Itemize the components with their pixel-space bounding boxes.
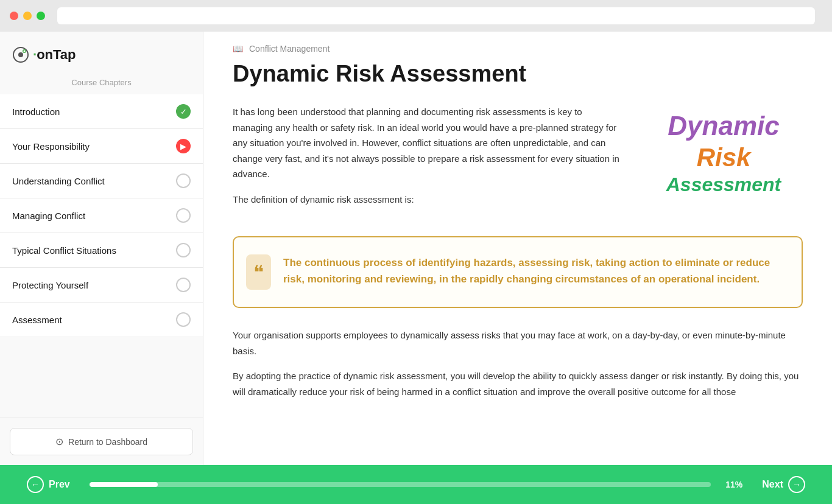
dra-graphic: Dynamic Risk Assessment	[644, 104, 803, 203]
sidebar: ·onTap Course Chapters Introduction ✓ Yo…	[0, 32, 203, 465]
svg-point-3	[24, 51, 26, 52]
empty-icon	[176, 312, 191, 327]
book-icon: 📖	[233, 44, 243, 54]
intro-text-section: It has long been understood that plannin…	[233, 104, 620, 217]
main-content: 📖 Conflict Management Dynamic Risk Asses…	[203, 32, 832, 465]
sidebar-item-typical-conflict-situations[interactable]: Typical Conflict Situations	[0, 233, 203, 268]
logo-icon	[12, 46, 29, 63]
sidebar-item-managing-conflict[interactable]: Managing Conflict	[0, 198, 203, 233]
sidebar-section-label: Course Chapters	[0, 73, 203, 94]
empty-icon	[176, 243, 191, 257]
sidebar-item-protecting-yourself[interactable]: Protecting Yourself	[0, 268, 203, 303]
sidebar-item-assessment[interactable]: Assessment	[0, 303, 203, 337]
sidebar-item-label: Introduction	[12, 107, 60, 117]
body-paragraph-2: By adopting the practice of dynamic risk…	[233, 368, 803, 399]
sidebar-footer: ⊙ Return to Dashboard	[0, 418, 203, 465]
prev-icon: ←	[27, 476, 44, 493]
bottom-bar: ← Prev 11% Next →	[0, 465, 832, 504]
sidebar-item-label: Understanding Conflict	[12, 176, 105, 186]
quote-icon: ❝	[246, 254, 271, 290]
sidebar-item-label: Assessment	[12, 315, 62, 325]
sidebar-item-understanding-conflict[interactable]: Understanding Conflict	[0, 164, 203, 198]
next-label: Next	[762, 479, 783, 490]
sidebar-item-label: Protecting Yourself	[12, 280, 88, 290]
paragraph-2: The definition of dynamic risk assessmen…	[233, 192, 620, 208]
dra-graphic-section: Dynamic Risk Assessment	[644, 104, 803, 203]
app: ·onTap Course Chapters Introduction ✓ Yo…	[0, 32, 832, 465]
progress-bar-fill	[90, 482, 158, 487]
sidebar-item-introduction[interactable]: Introduction ✓	[0, 94, 203, 129]
body-paragraph-1: Your organisation supports employees to …	[233, 327, 803, 359]
prev-button[interactable]: ← Prev	[19, 471, 77, 498]
sidebar-item-label: Your Responsibility	[12, 141, 90, 152]
progress-container: 11%	[90, 480, 743, 489]
close-button[interactable]	[10, 12, 18, 20]
sidebar-item-label: Typical Conflict Situations	[12, 245, 116, 256]
check-icon: ✓	[176, 104, 191, 119]
maximize-button[interactable]	[37, 12, 45, 20]
minimize-button[interactable]	[23, 12, 32, 20]
content-row: It has long been understood that plannin…	[233, 104, 803, 217]
dra-dynamic-text: Dynamic	[650, 110, 797, 142]
empty-icon	[176, 208, 191, 223]
prev-label: Prev	[49, 479, 70, 490]
dra-risk-text: Risk	[650, 142, 797, 173]
titlebar	[0, 0, 832, 32]
sidebar-nav: Introduction ✓ Your Responsibility ▶ Und…	[0, 94, 203, 418]
content-body: Dynamic Risk Assessment It has long been…	[203, 61, 832, 433]
empty-icon	[176, 173, 191, 188]
next-icon: →	[788, 476, 805, 493]
progress-bar-track	[90, 482, 711, 487]
next-button[interactable]: Next →	[755, 471, 813, 498]
dra-assessment-text: Assessment	[650, 173, 797, 196]
sidebar-item-label: Managing Conflict	[12, 211, 85, 221]
svg-point-1	[18, 52, 23, 57]
logo-text: ·onTap	[33, 47, 76, 63]
dashboard-label: Return to Dashboard	[68, 437, 147, 447]
return-to-dashboard-button[interactable]: ⊙ Return to Dashboard	[10, 428, 193, 455]
paragraph-1: It has long been understood that plannin…	[233, 104, 620, 182]
page-title: Dynamic Risk Assessment	[233, 61, 803, 87]
breadcrumb: Conflict Management	[249, 44, 330, 54]
empty-icon	[176, 278, 191, 292]
dashboard-icon: ⊙	[55, 436, 63, 447]
logo: ·onTap	[0, 32, 203, 73]
progress-label: 11%	[721, 480, 742, 489]
url-bar[interactable]	[57, 7, 815, 24]
quote-box: ❝ The continuous process of identifying …	[233, 236, 803, 308]
sidebar-item-your-responsibility[interactable]: Your Responsibility ▶	[0, 129, 203, 164]
content-header: 📖 Conflict Management	[203, 32, 832, 61]
quote-text: The continuous process of identifying ha…	[283, 254, 784, 287]
play-icon: ▶	[176, 139, 191, 153]
